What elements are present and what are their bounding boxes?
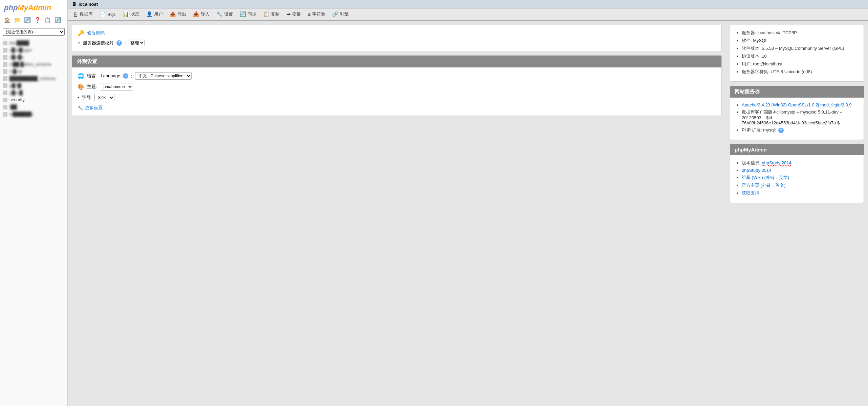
version-label: 版本信息: [742,160,761,165]
list-item[interactable]: w██████s [0,110,67,118]
tab-engine[interactable]: 🔗 引擎 [329,10,352,19]
tab-export[interactable]: 📤 导出 [166,10,190,19]
web-server-header: 网站服务器 [730,86,864,98]
language-select[interactable]: 中文 - Chinese simplified [135,72,192,80]
version-link[interactable]: phpStudy 2014 [762,160,791,165]
db-icon [3,55,7,60]
home-icon[interactable]: 🏠 [3,16,11,24]
language-icon: 🌐 [78,73,84,79]
list-item[interactable]: m█sql [0,68,67,75]
tab-settings-label: 设置 [224,11,233,17]
collation-help-icon[interactable]: ? [116,40,122,46]
sidebar-toolbar: 🏠 📁 🔄 ❓ 📋 🔃 [0,14,67,26]
database-list: bec████ c█all█nges d█w█a in██r█ation_sch… [0,38,67,406]
server-user: 用户: root@localhost [742,61,858,67]
collation-row: ≡ 服务器连接校对 ? : 整理 [78,40,716,46]
collation-label: 服务器连接校对 [83,40,114,46]
support-link[interactable]: 获取支持 [742,190,759,196]
db-icon [3,69,7,74]
copy-icon: 📋 [263,11,269,17]
apache-link[interactable]: Apache/2.4.23 (Win32) OpenSSL/1.0.2j mod… [742,102,851,107]
wiki-link[interactable]: 维基 (Wiki) (外链，英文) [742,175,789,180]
tab-sync[interactable]: 🔄 同步 [236,10,260,19]
list-item[interactable]: security [0,96,67,103]
db-icon [3,48,7,53]
php-extension: PHP 扩展: mysqli ? [742,127,858,133]
titlebar-label: localhost [79,2,98,7]
sync-icon: 🔄 [240,11,246,17]
theme-select[interactable]: pmahomme [100,83,133,90]
help-icon[interactable]: ❓ [34,16,41,24]
server-protocol: 协议版本: 10 [742,53,858,59]
tab-variables-label: 变量 [292,11,301,17]
tab-status[interactable]: 📊 状态 [120,10,143,19]
phpmyadmin-header: phpMyAdmin [730,144,864,155]
tab-users[interactable]: 👤 用户 [143,10,166,19]
tab-databases[interactable]: 🗄 数据库 [70,10,96,19]
language-help-icon[interactable]: ? [123,73,128,79]
status-icon: 📊 [123,11,129,17]
more-settings-link[interactable]: 🔧 更多设置 [78,105,716,111]
recent-table-select-wrap: (最近使用的表) ... [0,26,67,38]
list-item[interactable]: in██r█ation_schema [0,61,67,68]
php-help-icon[interactable]: ? [778,128,784,133]
web-server-section: 网站服务器 Apache/2.4.23 (Win32) OpenSSL/1.0.… [730,86,864,140]
list-item[interactable]: p█xs█ [0,89,67,96]
list-item[interactable]: c█all█nges [0,46,67,54]
tab-sync-label: 同步 [247,11,256,17]
server-software: 软件: MySQL [742,38,858,44]
language-label: 语言 – Language [87,73,120,79]
phpmyadmin-body: 版本信息: phpStudy 2014 phpStudy 2014 维基 (Wi… [730,155,864,203]
server-host: 服务器: localhost via TCP/IP [742,30,858,36]
tab-settings[interactable]: 🔧 设置 [213,10,236,19]
arrow-icon[interactable]: 🔃 [54,16,62,24]
databases-icon: 🗄 [73,12,78,17]
tab-copy[interactable]: 📋 复制 [260,10,283,19]
tab-charset[interactable]: ≡ 字符集 [304,10,329,19]
list-item[interactable]: t██ [0,103,67,110]
list-item[interactable]: █████████_schema [0,75,67,82]
tab-sql[interactable]: 📄 SQL [96,10,120,19]
list-item[interactable]: bec████ [0,39,67,46]
change-password-link[interactable]: 修改密码 [87,30,105,36]
bullet-icon: • [78,95,79,100]
engine-icon: 🔗 [332,11,339,17]
db-icon [3,76,7,81]
sql-icon: 📄 [100,11,106,17]
right-panel: 服务器: localhost via TCP/IP 软件: MySQL 软件版本… [726,21,868,406]
logo-my: My [18,3,28,12]
server-info-list: 服务器: localhost via TCP/IP 软件: MySQL 软件版本… [736,30,858,75]
theme-icon: 🎨 [78,84,84,90]
theme-label: 主题: [87,84,97,90]
phpstudy-link[interactable]: phpStudy 2014 [742,168,771,173]
toolbar: 🗄 数据库 📄 SQL 📊 状态 👤 用户 📤 导出 📥 导入 🔧 设置 🔄 [68,8,868,21]
collation-select[interactable]: 整理 [129,40,145,46]
logo-php: php [4,3,18,12]
charset-icon: ≡ [308,12,311,17]
folder-icon[interactable]: 📁 [14,16,21,24]
support-link-item: 获取支持 [742,190,858,196]
list-item[interactable]: p█rf█l [0,82,67,89]
homepage-link[interactable]: 官方主页 (外链，英文) [742,183,785,188]
recent-table-select[interactable]: (最近使用的表) ... [3,28,65,36]
tab-databases-label: 数据库 [80,11,93,17]
tab-charset-label: 字符集 [312,11,325,17]
db-client-version: 数据库客户端版本: libmysql – mysqlnd 5.0.11-dev … [742,109,858,125]
db-icon [3,90,7,95]
theme-row: 🎨 主题: pmahomme [78,83,716,90]
server-version: 软件版本: 5.5.53 – MySQL Community Server (G… [742,45,858,52]
tab-engine-label: 引擎 [340,11,349,17]
list-item[interactable]: d█w█a [0,54,67,61]
copy-icon[interactable]: 📋 [44,16,51,24]
fontsize-select[interactable]: 82% [94,94,114,101]
tab-variables[interactable]: ➡ 变量 [283,10,304,19]
phpmyadmin-section: phpMyAdmin 版本信息: phpStudy 2014 phpStudy … [730,144,864,203]
main-area: 🖥 localhost 🗄 数据库 📄 SQL 📊 状态 👤 用户 📤 导出 📥… [68,0,868,406]
appearance-header: 外观设置 [72,56,721,67]
tab-import[interactable]: 📥 导入 [190,10,213,19]
phpmyadmin-list: 版本信息: phpStudy 2014 phpStudy 2014 维基 (Wi… [736,160,858,196]
refresh-icon[interactable]: 🔄 [24,16,31,24]
logo-admin: Admin [28,3,51,12]
server-icon: 🖥 [72,1,77,7]
titlebar: 🖥 localhost [68,0,868,8]
